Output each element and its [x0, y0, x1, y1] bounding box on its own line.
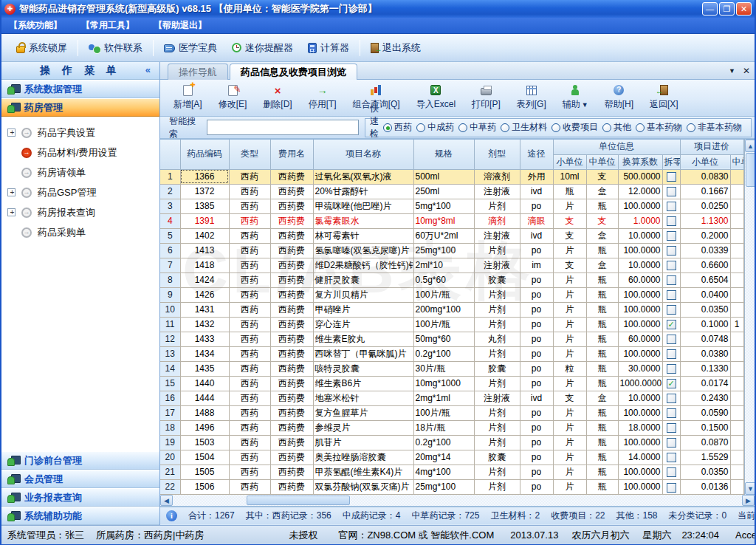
close-button[interactable]: ✕	[736, 2, 752, 16]
split-checkbox[interactable]: ✓	[667, 379, 676, 388]
cell-code[interactable]: 1506	[180, 479, 229, 494]
scroll-down-icon[interactable]: ▼	[745, 482, 755, 495]
cell-route[interactable]: po	[520, 420, 553, 435]
cell-price-small[interactable]: 0.0830	[680, 169, 730, 184]
scroll-left-icon[interactable]: ◀	[160, 495, 173, 506]
cell-type[interactable]: 西药	[229, 479, 270, 494]
cell-route[interactable]: po	[520, 450, 553, 465]
cell-ratio[interactable]: 100.0000	[618, 479, 662, 494]
cell-price-mid[interactable]	[730, 169, 743, 184]
row-number-cell[interactable]: 11	[160, 317, 180, 332]
cell-fee[interactable]: 西药费	[270, 228, 313, 243]
cell-route[interactable]: po	[520, 465, 553, 479]
cell-price-small[interactable]: 0.2000	[680, 228, 730, 243]
cell-type[interactable]: 西药	[229, 450, 270, 465]
cell-price-mid[interactable]	[730, 435, 743, 450]
cell-price-small[interactable]: 0.1667	[680, 184, 730, 199]
cell-route[interactable]: po	[520, 346, 553, 361]
cell-type[interactable]: 西药	[229, 199, 270, 213]
cell-ratio[interactable]: 18.0000	[618, 420, 662, 435]
cell-code[interactable]: 1435	[180, 361, 229, 376]
cell-route[interactable]: po	[520, 332, 553, 346]
cell-name[interactable]: 氯霉素眼水	[313, 213, 413, 228]
panel-dropdown-icon[interactable]: ▼	[729, 67, 735, 75]
cell-price-small[interactable]: 1.1300	[680, 213, 730, 228]
cell-fee[interactable]: 西药费	[270, 435, 313, 450]
cell-price-small[interactable]: 0.0380	[680, 346, 730, 361]
cell-fee[interactable]: 西药费	[270, 361, 313, 376]
cell-name[interactable]: 复方川贝精片	[313, 287, 413, 302]
cell-form[interactable]: 片剂	[474, 435, 520, 450]
table-row[interactable]: 11366西药西药费过氧化氢(双氧水)液500ml溶液剂外用10ml支500.0…	[160, 169, 743, 184]
cell-route[interactable]: ivd	[520, 228, 553, 243]
split-checkbox[interactable]	[667, 231, 676, 241]
cell-route[interactable]: po	[520, 317, 553, 332]
cell-price-small[interactable]: 0.0590	[680, 405, 730, 420]
row-number-cell[interactable]: 12	[160, 332, 180, 346]
cell-unit-small[interactable]: 片	[553, 243, 586, 258]
cell-spec[interactable]: 100片/瓶	[413, 317, 474, 332]
cell-name[interactable]: 地塞米松针	[313, 391, 413, 405]
scroll-up-icon[interactable]: ▲	[745, 140, 755, 152]
tree-item-药品GSP管理[interactable]: 药品GSP管理	[1, 182, 159, 202]
cell-spec[interactable]: 50mg*60	[413, 332, 474, 346]
cell-price-mid[interactable]	[730, 228, 743, 243]
cell-unit-mid[interactable]: 瓶	[586, 450, 618, 465]
cell-unit-small[interactable]: 支	[553, 391, 586, 405]
cell-price-small[interactable]: 0.6600	[680, 258, 730, 272]
cell-code[interactable]: 1391	[180, 213, 229, 228]
cell-type[interactable]: 西药	[229, 405, 270, 420]
cell-type[interactable]: 西药	[229, 435, 270, 450]
table-row[interactable]: 131434西药西药费西咪替丁（甲氰咪胍)片0.2g*100片剂po片瓶100.…	[160, 346, 743, 361]
row-number-cell[interactable]: 10	[160, 302, 180, 317]
quickbar-item[interactable]: 迷你提醒器	[224, 38, 300, 58]
split-checkbox[interactable]	[667, 349, 676, 359]
cell-fee[interactable]: 西药费	[270, 287, 313, 302]
cell-fee[interactable]: 西药费	[270, 213, 313, 228]
cell-price-small[interactable]: 0.0870	[680, 435, 730, 450]
cell-unit-mid[interactable]: 瓶	[586, 302, 618, 317]
table-row[interactable]: 101431西药西药费甲硝唑片200mg*100片剂po片瓶100.00000.…	[160, 302, 743, 317]
cell-unit-mid[interactable]: 盒	[586, 228, 618, 243]
cell-route[interactable]: po	[520, 405, 553, 420]
cell-code[interactable]: 1488	[180, 405, 229, 420]
cell-spec[interactable]: 500ml	[413, 169, 474, 184]
cell-fee[interactable]: 西药费	[270, 450, 313, 465]
row-number-cell[interactable]: 14	[160, 361, 180, 376]
cell-code[interactable]: 1433	[180, 332, 229, 346]
cell-route[interactable]: 外用	[520, 169, 553, 184]
cell-name[interactable]: 维生素B6片	[313, 376, 413, 391]
cell-ratio[interactable]: 100.0000	[618, 465, 662, 479]
radio-卫生材料[interactable]: 卫生材料	[501, 121, 547, 134]
split-checkbox[interactable]	[667, 467, 676, 477]
cell-form[interactable]: 注射液	[474, 184, 520, 199]
cell-name[interactable]: 奥美拉唑肠溶胶囊	[313, 450, 413, 465]
table-row[interactable]: 181496西药西药费参维灵片18片/瓶片剂po片瓶18.00000.1500	[160, 420, 743, 435]
table-row[interactable]: 31385西药西药费甲巯咪唑(他巴唑)片5mg*100片剂po片瓶100.000…	[160, 199, 743, 213]
cell-price-mid[interactable]: 1	[730, 317, 743, 332]
cell-type[interactable]: 西药	[229, 346, 270, 361]
split-checkbox[interactable]	[667, 275, 676, 285]
quickbar-item[interactable]: 退出系统	[363, 38, 428, 58]
cell-type[interactable]: 西药	[229, 184, 270, 199]
cell-spec[interactable]: 100片/瓶	[413, 287, 474, 302]
cell-route[interactable]: po	[520, 435, 553, 450]
sub-header-换算系数[interactable]: 换算系数	[618, 154, 662, 169]
cell-spec[interactable]: 30片/瓶	[413, 361, 474, 376]
cell-price-small[interactable]: 0.1330	[680, 361, 730, 376]
cell-unit-mid[interactable]: 盒	[586, 184, 618, 199]
cell-price-mid[interactable]	[730, 213, 743, 228]
cell-form[interactable]: 片剂	[474, 465, 520, 479]
split-checkbox[interactable]	[667, 216, 676, 226]
cell-spec[interactable]: 25mg*100	[413, 479, 474, 494]
split-checkbox[interactable]	[667, 408, 676, 418]
cell-ratio[interactable]: 10.0000	[618, 228, 662, 243]
cell-price-mid[interactable]	[730, 302, 743, 317]
split-checkbox[interactable]	[667, 187, 676, 196]
minimize-button[interactable]: —	[702, 2, 718, 16]
cell-price-mid[interactable]	[730, 332, 743, 346]
cell-unit-small[interactable]: 片	[553, 420, 586, 435]
cell-code[interactable]: 1385	[180, 199, 229, 213]
sidebar-collapse-button[interactable]: «	[145, 64, 155, 75]
cell-type[interactable]: 西药	[229, 228, 270, 243]
